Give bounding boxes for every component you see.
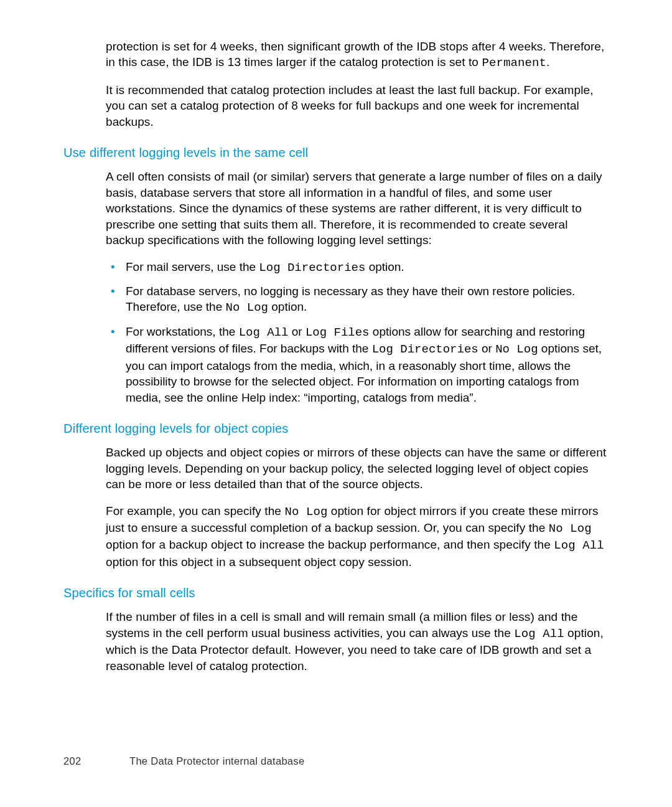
section-2-paragraph-2: For example, you can specify the No Log …: [106, 503, 607, 570]
list-item: For database servers, no logging is nece…: [106, 283, 607, 316]
page-footer: 202The Data Protector internal database: [63, 755, 304, 767]
code-permanent: Permanent: [482, 56, 546, 70]
section-1-paragraph-1: A cell often consists of mail (or simila…: [106, 169, 607, 248]
text-fragment: or: [288, 325, 305, 338]
code-no-log: No Log: [226, 301, 268, 314]
heading-logging-levels-same-cell: Use different logging levels in the same…: [63, 146, 607, 160]
code-log-directories: Log Directories: [259, 261, 365, 275]
text-fragment: If the number of files in a cell is smal…: [106, 610, 577, 639]
section-2-body: Backed up objects and object copies or m…: [106, 445, 607, 570]
heading-logging-levels-object-copies: Different logging levels for object copi…: [63, 422, 607, 436]
intro-block: protection is set for 4 weeks, then sign…: [106, 39, 607, 130]
code-log-all: Log All: [239, 326, 289, 339]
code-log-all: Log All: [514, 627, 564, 641]
code-no-log: No Log: [495, 342, 538, 356]
section-2-paragraph-1: Backed up objects and object copies or m…: [106, 445, 607, 492]
page-number: 202: [63, 755, 129, 767]
list-item: For mail servers, use the Log Directorie…: [106, 259, 607, 276]
text-fragment: For workstations, the: [126, 325, 239, 338]
code-no-log: No Log: [549, 522, 592, 536]
code-log-directories: Log Directories: [372, 342, 478, 356]
text-fragment: option for a backup object to increase t…: [106, 538, 554, 551]
section-1-body: A cell often consists of mail (or simila…: [106, 169, 607, 405]
page-content: protection is set for 4 weeks, then sign…: [0, 0, 672, 674]
section-3-body: If the number of files in a cell is smal…: [106, 609, 607, 674]
text-fragment: option.: [268, 300, 307, 313]
text-fragment: .: [546, 55, 549, 68]
intro-paragraph-2: It is recommended that catalog protectio…: [106, 82, 607, 130]
text-fragment: or: [478, 342, 495, 355]
text-fragment: For example, you can specify the: [106, 504, 284, 517]
text-fragment: For mail servers, use the: [126, 260, 259, 273]
intro-paragraph-1: protection is set for 4 weeks, then sign…: [106, 39, 607, 72]
section-3-paragraph-1: If the number of files in a cell is smal…: [106, 609, 607, 674]
code-log-files: Log Files: [306, 326, 370, 339]
text-fragment: option.: [365, 260, 404, 273]
section-1-list: For mail servers, use the Log Directorie…: [106, 259, 607, 406]
text-fragment: For database servers, no logging is nece…: [126, 285, 575, 313]
text-fragment: option for this object in a subsequent o…: [106, 555, 412, 569]
footer-title: The Data Protector internal database: [129, 755, 304, 767]
heading-specifics-small-cells: Specifics for small cells: [63, 586, 607, 600]
code-no-log: No Log: [284, 505, 327, 519]
list-item: For workstations, the Log All or Log Fil…: [106, 324, 607, 405]
code-log-all: Log All: [554, 539, 604, 552]
